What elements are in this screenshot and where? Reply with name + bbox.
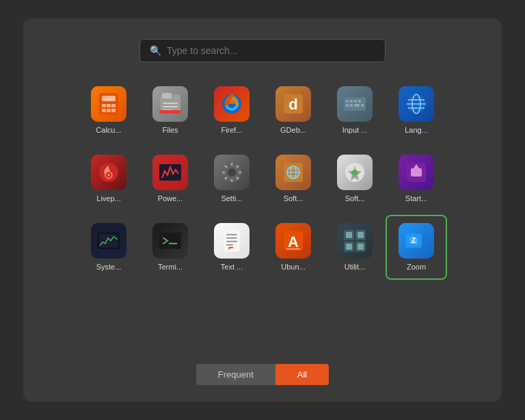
app-item-gdeb[interactable]: d GDeb... xyxy=(262,78,324,143)
svg-rect-78 xyxy=(358,232,364,238)
app-item-livepatch[interactable]: Livep... xyxy=(78,146,139,211)
app-item-power[interactable]: Powe... xyxy=(139,146,201,211)
svg-marker-82 xyxy=(422,235,427,246)
svg-rect-79 xyxy=(346,244,352,250)
app-icon-power xyxy=(152,155,188,190)
app-icon-software2 xyxy=(337,155,373,190)
app-item-input[interactable]: Input ... xyxy=(324,78,386,143)
svg-point-39 xyxy=(228,168,236,176)
svg-line-47 xyxy=(225,177,227,179)
app-item-software2[interactable]: Soft... xyxy=(324,146,386,211)
app-label-calculator: Calcu... xyxy=(81,126,136,134)
svg-rect-27 xyxy=(354,104,360,107)
svg-rect-64 xyxy=(226,234,237,235)
search-bar: 🔍 xyxy=(139,39,386,62)
app-label-zoom: Zoom xyxy=(389,263,444,271)
svg-point-36 xyxy=(107,174,110,176)
svg-rect-14 xyxy=(159,110,181,114)
app-icon-system xyxy=(91,223,126,259)
svg-rect-25 xyxy=(346,104,349,107)
app-item-utilities[interactable]: Utilit... xyxy=(324,215,386,280)
svg-rect-77 xyxy=(346,232,352,238)
app-label-firefox: Firef... xyxy=(204,126,259,134)
app-item-settings[interactable]: Setti... xyxy=(201,146,262,211)
app-label-livepatch: Livep... xyxy=(81,194,136,202)
app-label-lang: Lang... xyxy=(389,126,444,134)
svg-line-44 xyxy=(225,166,227,168)
app-label-terminal: Termi... xyxy=(143,263,198,271)
tab-frequent[interactable]: Frequent xyxy=(196,364,275,385)
app-item-terminal[interactable]: Termi... xyxy=(139,215,201,280)
app-icon-startup xyxy=(399,155,434,190)
app-item-text[interactable]: Text ... xyxy=(201,215,262,280)
app-item-zoom[interactable]: Z Zoom xyxy=(386,215,447,280)
app-item-files[interactable]: Files xyxy=(139,78,201,143)
app-icon-calculator: - xyxy=(91,86,126,122)
svg-rect-23 xyxy=(354,100,357,103)
svg-point-55 xyxy=(352,170,358,175)
app-item-calculator[interactable]: - Calcu... xyxy=(78,78,139,143)
svg-line-45 xyxy=(237,177,239,179)
svg-rect-12 xyxy=(163,106,178,107)
app-icon-livepatch xyxy=(91,155,126,190)
svg-rect-60 xyxy=(99,234,118,248)
app-item-ubuntu[interactable]: A Ubun... xyxy=(262,215,324,280)
app-item-firefox[interactable]: Firef... xyxy=(201,78,262,143)
app-item-software1[interactable]: Soft... xyxy=(262,146,324,211)
app-label-software1: Soft... xyxy=(266,194,321,202)
app-label-power: Powe... xyxy=(143,194,198,202)
app-item-startup[interactable]: Start... xyxy=(386,146,447,211)
tabs-bar: FrequentAll xyxy=(196,364,329,385)
app-icon-lang xyxy=(399,86,434,122)
svg-rect-4 xyxy=(111,104,116,107)
app-label-files: Files xyxy=(143,126,198,134)
svg-rect-61 xyxy=(159,233,181,249)
app-label-software2: Soft... xyxy=(327,194,382,202)
app-label-settings: Setti... xyxy=(204,194,259,202)
app-label-gdeb: GDeb... xyxy=(266,126,321,134)
app-label-startup: Start... xyxy=(389,194,444,202)
app-label-text: Text ... xyxy=(204,263,259,271)
app-icon-files xyxy=(152,86,188,122)
app-icon-terminal xyxy=(152,223,188,259)
svg-rect-21 xyxy=(346,100,349,103)
app-icon-software1 xyxy=(275,155,311,190)
app-launcher: 🔍 - Calcu... Files Firef... d GDeb... xyxy=(23,18,502,402)
svg-text:Z: Z xyxy=(412,237,416,244)
svg-rect-80 xyxy=(358,244,364,250)
svg-rect-5 xyxy=(102,109,106,112)
app-item-system[interactable]: Syste... xyxy=(78,215,139,280)
svg-rect-57 xyxy=(411,168,422,176)
svg-text:d: d xyxy=(288,96,297,113)
app-label-input: Input ... xyxy=(327,126,382,134)
svg-rect-3 xyxy=(107,104,111,107)
app-icon-settings xyxy=(214,155,250,190)
app-icon-firefox xyxy=(214,86,250,122)
svg-rect-10 xyxy=(162,93,172,99)
svg-rect-24 xyxy=(358,100,361,103)
tab-all[interactable]: All xyxy=(275,364,329,385)
svg-rect-28 xyxy=(361,104,364,107)
svg-rect-66 xyxy=(226,241,237,242)
app-icon-ubuntu: A xyxy=(275,223,311,259)
app-label-ubuntu: Ubun... xyxy=(266,263,321,271)
search-input[interactable] xyxy=(167,45,375,56)
app-icon-text xyxy=(214,223,250,259)
apps-grid: - Calcu... Files Firef... d GDeb... Inpu… xyxy=(78,76,447,281)
svg-rect-26 xyxy=(350,104,353,107)
app-item-lang[interactable]: Lang... xyxy=(386,78,447,143)
search-icon: 🔍 xyxy=(150,45,161,56)
svg-rect-6 xyxy=(107,109,111,112)
app-icon-zoom: Z xyxy=(399,223,434,259)
app-icon-utilities xyxy=(337,223,373,259)
app-icon-gdeb: d xyxy=(275,86,311,122)
app-label-utilities: Utilit... xyxy=(327,263,382,271)
app-icon-input xyxy=(337,86,373,122)
svg-rect-22 xyxy=(350,100,353,103)
svg-rect-2 xyxy=(102,104,106,107)
app-label-system: Syste... xyxy=(81,263,136,271)
svg-text:A: A xyxy=(288,233,299,250)
svg-line-46 xyxy=(237,166,239,168)
svg-rect-11 xyxy=(163,103,178,104)
svg-rect-7 xyxy=(111,109,116,112)
